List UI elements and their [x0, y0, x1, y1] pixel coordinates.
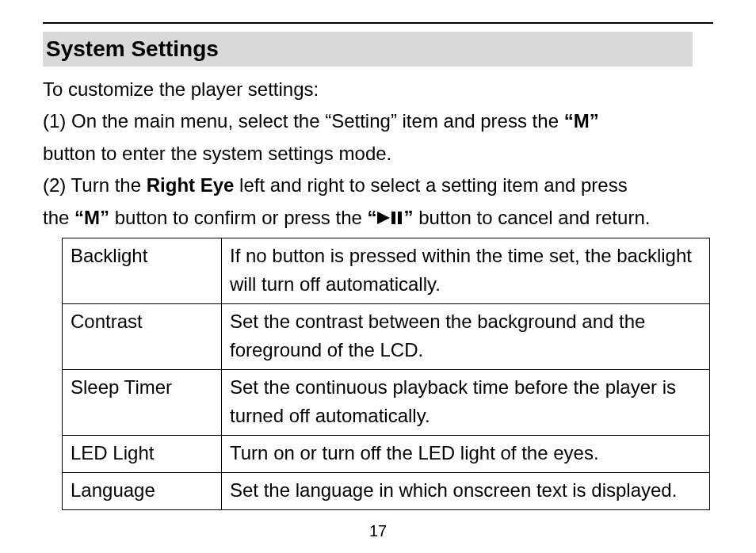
step-1-line-1: (1) On the main menu, select the “Settin… [43, 106, 713, 136]
top-rule [43, 22, 713, 24]
step-2-text-3: the [43, 207, 74, 228]
step-2-line-1: (2) Turn the Right Eye left and right to… [43, 170, 713, 200]
setting-desc: Turn on or turn off the LED light of the… [222, 435, 710, 472]
setting-name: Language [63, 472, 222, 509]
table-row: LED Light Turn on or turn off the LED li… [63, 435, 710, 472]
play-pause-icon [377, 210, 404, 226]
setting-desc: Set the contrast between the background … [222, 303, 710, 369]
setting-name: Sleep Timer [63, 369, 222, 435]
body-text: To customize the player settings: (1) On… [43, 74, 713, 233]
table-row: Sleep Timer Set the continuous playback … [63, 369, 710, 435]
step-2-text-1: (2) Turn the [43, 174, 147, 196]
setting-name: LED Light [63, 435, 222, 472]
step-2-line-2: the “M” button to confirm or press the “… [43, 203, 713, 233]
table-row: Contrast Set the contrast between the ba… [63, 303, 710, 369]
setting-desc: If no button is pressed within the time … [222, 238, 710, 303]
playpause-quote-open: “ [368, 207, 377, 228]
right-eye-label: Right Eye [147, 174, 235, 196]
m-button-label: M [574, 110, 590, 132]
table-row: Backlight If no button is pressed within… [63, 238, 710, 303]
svg-rect-1 [391, 212, 395, 224]
section-heading: System Settings [43, 32, 693, 67]
m-button-quote-close-2: ” [100, 207, 109, 228]
m-button-quote-close: ” [590, 110, 599, 132]
setting-name: Contrast [63, 303, 222, 369]
step-1-text-1: (1) On the main menu, select the “Settin… [43, 110, 564, 132]
table-row: Language Set the language in which onscr… [63, 472, 710, 509]
svg-rect-2 [398, 212, 402, 224]
setting-desc: Set the language in which onscreen text … [222, 472, 710, 509]
svg-marker-0 [377, 212, 390, 224]
step-1-line-2: button to enter the system settings mode… [43, 139, 713, 169]
page-number: 17 [0, 522, 756, 540]
intro-line: To customize the player settings: [43, 74, 713, 105]
m-button-label-2: M [84, 207, 100, 228]
step-2-text-4: button to confirm or press the [109, 207, 368, 228]
step-2-text-5: button to cancel and return. [414, 207, 651, 228]
settings-table: Backlight If no button is pressed within… [62, 238, 710, 510]
m-button-quote-open: “ [564, 110, 574, 132]
playpause-quote-close: ” [404, 207, 414, 228]
setting-desc: Set the continuous playback time before … [222, 369, 710, 435]
m-button-quote-open-2: “ [74, 207, 84, 228]
step-2-text-2: left and right to select a setting item … [234, 174, 627, 196]
setting-name: Backlight [63, 238, 222, 303]
